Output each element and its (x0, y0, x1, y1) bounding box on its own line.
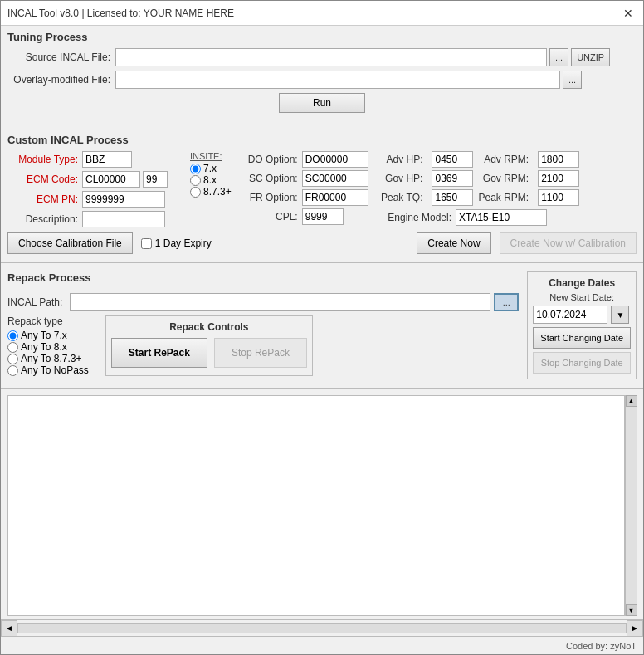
scroll-right-button[interactable]: ► (627, 620, 643, 637)
custom-incal-left: Module Type: ECM Code: ECM PN: Descripti… (7, 151, 182, 227)
radio-873-label: 8.7.3+ (203, 186, 232, 198)
module-type-row: Module Type: (7, 151, 182, 168)
scroll-track-horizontal (17, 623, 627, 633)
source-file-label: Source INCAL File: (7, 51, 115, 63)
incal-path-input[interactable] (70, 293, 490, 311)
cpl-input[interactable] (302, 208, 344, 225)
radio-any-873-label: Any To 8.7.3+ (21, 353, 82, 364)
overlay-browse-button[interactable]: ... (563, 71, 582, 89)
start-changing-date-button[interactable]: Start Changing Date (533, 327, 631, 349)
insite-radios: INSITE: 7.x 8.x 8.7.3+ (190, 151, 232, 225)
stop-changing-date-button: Stop Changing Date (533, 352, 631, 374)
insite-and-options: INSITE: 7.x 8.x 8.7.3+ (190, 151, 373, 225)
source-file-input[interactable] (115, 48, 547, 66)
radio-any-nopass[interactable] (7, 365, 18, 376)
source-browse-button[interactable]: ... (549, 48, 568, 66)
radio-7x[interactable] (190, 164, 201, 174)
overlay-file-input[interactable] (115, 71, 560, 89)
status-bar: Coded by: zyNoT (1, 636, 643, 654)
gov-rpm-input[interactable] (538, 170, 579, 187)
close-button[interactable]: ✕ (620, 5, 637, 22)
day-expiry-label: 1 Day Expiry (155, 237, 212, 249)
ecm-code-label: ECM Code: (7, 174, 82, 185)
choose-calibration-button[interactable]: Choose Calibration File (7, 232, 133, 254)
gov-hp-input[interactable] (432, 170, 473, 187)
radio-any-8x[interactable] (7, 342, 18, 353)
custom-incal-grid: Module Type: ECM Code: ECM PN: Descripti… (7, 151, 637, 227)
fr-option-input[interactable] (302, 189, 368, 206)
sc-option-input[interactable] (302, 170, 368, 187)
run-button[interactable]: Run (279, 93, 365, 113)
radio-873-item: 8.7.3+ (190, 186, 232, 198)
custom-incal-right: Adv HP: Adv RPM: Gov HP: Gov RPM: Peak T… (381, 151, 579, 227)
radio-any-nopass-item: Any To NoPass (7, 364, 89, 376)
radio-8x[interactable] (190, 175, 201, 186)
options-fields: DO Option: SC Option: FR Option: (240, 151, 368, 225)
ecm-pn-label: ECM PN: (7, 193, 82, 205)
change-dates-subtitle: New Start Date: (533, 292, 631, 302)
cpl-row: CPL: (240, 208, 368, 225)
engine-model-input[interactable] (456, 209, 547, 226)
scroll-left-button[interactable]: ◄ (1, 620, 17, 637)
radio-any-873[interactable] (7, 354, 18, 364)
sc-option-label: SC Option: (240, 173, 302, 184)
repack-btns-row: Start RePack Stop RePack (111, 338, 307, 368)
adv-rpm-input[interactable] (538, 151, 579, 168)
text-display[interactable] (7, 395, 625, 616)
date-input[interactable] (533, 306, 607, 324)
create-now-button[interactable]: Create Now (417, 232, 490, 254)
fr-option-row: FR Option: (240, 189, 368, 206)
adv-hp-input[interactable] (432, 151, 473, 168)
peak-rpm-label: Peak RPM: (478, 192, 533, 203)
do-option-label: DO Option: (240, 154, 302, 165)
text-area-wrapper: ▲ ▼ (7, 395, 637, 616)
title-bar: INCAL Tool v8.0 | Licensed to: YOUR NAME… (1, 1, 643, 26)
repack-left: Repack Process INCAL Path: ... Repack ty… (7, 271, 519, 379)
main-window: INCAL Tool v8.0 | Licensed to: YOUR NAME… (0, 0, 644, 655)
radio-any-8x-label: Any To 8.x (21, 341, 67, 353)
fr-option-label: FR Option: (240, 192, 302, 203)
radio-7x-label: 7.x (203, 163, 217, 174)
radio-873[interactable] (190, 187, 201, 198)
gov-hp-label: Gov HP: (381, 173, 427, 184)
ecm-code-input[interactable] (82, 171, 140, 188)
custom-incal-section: Custom INCAL Process Module Type: ECM Co… (1, 129, 643, 259)
repack-bottom-row: Repack type Any To 7.x Any To 8.x Any To… (7, 315, 519, 376)
engine-model-row: Engine Model: (381, 209, 579, 226)
ecm-pn-input[interactable] (82, 191, 165, 208)
incal-path-browse-button[interactable]: ... (494, 293, 519, 311)
day-expiry-checkbox[interactable] (141, 238, 152, 249)
custom-incal-title: Custom INCAL Process (7, 134, 637, 146)
day-expiry-row: 1 Day Expiry (141, 237, 212, 249)
radio-any-8x-item: Any To 8.x (7, 341, 89, 353)
module-type-input[interactable] (82, 151, 132, 168)
ecm-code-suffix-input[interactable] (143, 171, 168, 188)
gov-rpm-label: Gov RPM: (478, 173, 533, 184)
custom-incal-middle: INSITE: 7.x 8.x 8.7.3+ (190, 151, 373, 227)
adv-hp-label: Adv HP: (381, 154, 427, 165)
change-dates-title: Change Dates (533, 277, 631, 289)
description-input[interactable] (82, 211, 165, 227)
radio-any-7x-item: Any To 7.x (7, 330, 89, 341)
radio-any-7x-label: Any To 7.x (21, 330, 67, 341)
date-picker-button[interactable]: ▼ (611, 306, 629, 324)
radio-any-7x[interactable] (7, 330, 18, 341)
peak-tq-input[interactable] (432, 189, 473, 206)
radio-8x-label: 8.x (203, 174, 217, 186)
sc-option-row: SC Option: (240, 170, 368, 187)
overlay-file-row: Overlay-modified File: ... (7, 71, 637, 89)
vertical-scrollbar[interactable]: ▲ ▼ (625, 395, 637, 616)
radio-8x-item: 8.x (190, 174, 232, 186)
ecm-code-row: ECM Code: (7, 171, 182, 188)
stop-repack-button: Stop RePack (214, 338, 307, 368)
radio-7x-item: 7.x (190, 163, 232, 174)
description-row: Description: (7, 211, 182, 227)
do-option-input[interactable] (302, 151, 368, 168)
repack-controls-title: Repack Controls (169, 321, 248, 333)
scroll-down-button[interactable]: ▼ (626, 604, 637, 616)
repack-section: Repack Process INCAL Path: ... Repack ty… (1, 266, 643, 384)
peak-rpm-input[interactable] (538, 189, 579, 206)
unzip-button[interactable]: UNZIP (571, 48, 610, 66)
scroll-up-button[interactable]: ▲ (626, 395, 637, 407)
start-repack-button[interactable]: Start RePack (111, 338, 207, 368)
